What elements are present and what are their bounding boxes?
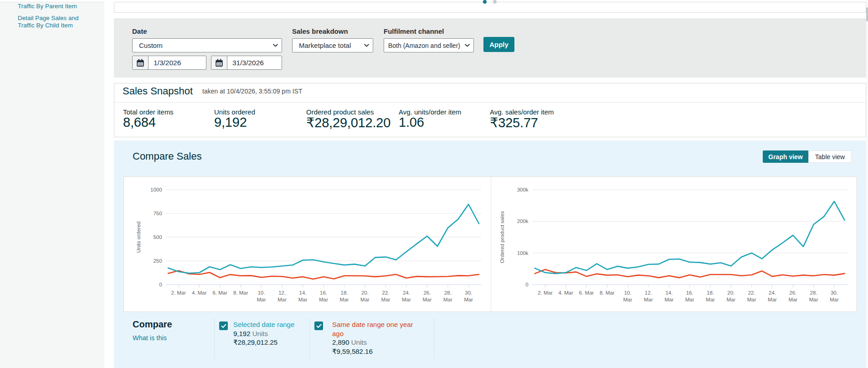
svg-text:750: 750 (153, 211, 162, 216)
svg-text:26.: 26. (423, 290, 431, 295)
svg-text:Mar: Mar (685, 297, 694, 302)
svg-text:250: 250 (153, 258, 162, 264)
svg-text:22.: 22. (748, 290, 755, 295)
svg-text:500: 500 (153, 234, 162, 240)
svg-text:8. Mar: 8. Mar (600, 290, 615, 295)
svg-text:Mar: Mar (360, 297, 370, 302)
svg-text:Mar: Mar (402, 297, 411, 302)
svg-text:Mar: Mar (298, 297, 307, 302)
svg-text:Mar: Mar (768, 297, 777, 302)
svg-text:20.: 20. (727, 290, 734, 295)
svg-text:Mar: Mar (277, 297, 287, 302)
svg-text:200k: 200k (517, 218, 528, 224)
svg-text:Mar: Mar (422, 297, 431, 302)
svg-text:Ordered product sales: Ordered product sales (499, 211, 505, 263)
svg-text:Mar: Mar (726, 297, 735, 302)
svg-text:12.: 12. (645, 290, 652, 295)
svg-text:Mar: Mar (788, 297, 797, 302)
svg-text:18.: 18. (340, 290, 348, 295)
svg-text:28.: 28. (810, 290, 817, 295)
svg-text:2. Mar: 2. Mar (171, 290, 186, 295)
svg-text:Mar: Mar (644, 297, 653, 302)
svg-text:Mar: Mar (257, 297, 266, 302)
svg-text:4. Mar: 4. Mar (558, 290, 573, 295)
svg-text:Mar: Mar (623, 297, 632, 302)
svg-text:Mar: Mar (706, 297, 715, 302)
svg-text:Mar: Mar (664, 297, 673, 302)
svg-text:6. Mar: 6. Mar (579, 290, 594, 295)
svg-text:0: 0 (525, 282, 528, 287)
svg-text:Mar: Mar (443, 297, 452, 302)
svg-text:Mar: Mar (809, 297, 818, 302)
svg-text:8. Mar: 8. Mar (233, 290, 248, 295)
svg-text:26.: 26. (789, 290, 796, 295)
svg-text:24.: 24. (402, 290, 410, 295)
svg-text:18.: 18. (707, 290, 714, 295)
svg-text:14.: 14. (299, 290, 306, 295)
svg-text:Mar: Mar (464, 297, 473, 302)
svg-text:28.: 28. (444, 290, 451, 295)
svg-text:16.: 16. (320, 290, 327, 295)
svg-text:4. Mar: 4. Mar (192, 290, 207, 295)
svg-text:24.: 24. (769, 290, 776, 295)
svg-text:22.: 22. (382, 290, 389, 295)
svg-text:10.: 10. (257, 290, 265, 295)
svg-text:Mar: Mar (747, 297, 756, 302)
svg-text:Mar: Mar (830, 297, 839, 302)
svg-text:14.: 14. (665, 290, 673, 295)
svg-text:30.: 30. (831, 290, 838, 295)
svg-text:1000: 1000 (150, 187, 162, 192)
svg-text:100k: 100k (517, 250, 528, 255)
svg-text:Mar: Mar (319, 297, 328, 302)
svg-text:20.: 20. (361, 290, 369, 295)
svg-text:12.: 12. (278, 290, 286, 295)
svg-text:Units ordered: Units ordered (136, 221, 141, 253)
svg-text:Mar: Mar (381, 297, 390, 302)
svg-text:30.: 30. (465, 290, 472, 295)
svg-text:300k: 300k (517, 187, 528, 192)
svg-text:2. Mar: 2. Mar (538, 290, 553, 295)
svg-text:16.: 16. (686, 290, 693, 295)
svg-text:10.: 10. (624, 290, 631, 295)
svg-text:6. Mar: 6. Mar (212, 290, 227, 295)
svg-text:Mar: Mar (339, 297, 349, 302)
svg-text:0: 0 (159, 282, 162, 287)
